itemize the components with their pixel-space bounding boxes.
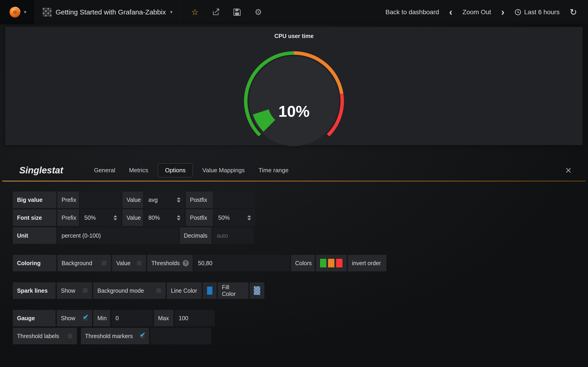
background-mode-toggle[interactable]: Background mode ✔ <box>93 282 166 299</box>
threshold-color-swatches <box>316 255 346 271</box>
tab-metrics[interactable]: Metrics <box>122 164 155 177</box>
big-value-stat-select[interactable]: avg <box>144 192 185 208</box>
prefix-label: Prefix <box>57 192 79 208</box>
threshold-labels-label: Threshold labels <box>17 333 59 340</box>
postfix-label: Postfix <box>186 209 213 226</box>
caret-down-icon: ▾ <box>170 9 173 15</box>
threshold-markers-toggle[interactable]: Threshold markers ✔ <box>81 328 149 344</box>
value-checkbox[interactable]: ✔ <box>137 260 142 266</box>
red-color-swatch[interactable] <box>336 259 342 267</box>
font-size-prefix-select[interactable]: 50% <box>80 209 121 226</box>
share-icon-glyph <box>212 8 220 16</box>
settings-gear-icon[interactable]: ⚙ <box>253 7 263 17</box>
save-icon[interactable] <box>232 7 242 17</box>
thresholds-label: Thresholds <box>151 260 180 267</box>
time-range-picker-button[interactable]: Last 6 hours <box>515 8 560 16</box>
select-spinner-icon <box>177 215 181 220</box>
green-color-swatch[interactable] <box>320 259 326 267</box>
font-size-postfix-select[interactable]: 50% <box>214 209 255 226</box>
thresholds-label-cell: Thresholds ? <box>147 255 193 271</box>
chevron-right-icon[interactable]: › <box>501 9 504 15</box>
threshold-markers-label: Threshold markers <box>85 333 133 340</box>
threshold-options-row: Threshold labels ✔ Threshold markers ✔ <box>13 328 588 344</box>
fill-color-swatch[interactable] <box>254 286 260 295</box>
gauge-show-toggle[interactable]: Show ✔ <box>57 310 92 326</box>
spark-lines-row: Spark lines Show ✔ Background mode ✔ Lin… <box>13 282 588 299</box>
background-label: Background <box>61 260 92 267</box>
share-icon[interactable] <box>211 7 221 17</box>
panel-title[interactable]: CPU user time <box>6 33 582 40</box>
sparkline-show-toggle[interactable]: Show ✔ <box>57 282 92 299</box>
big-value-label: Big value <box>13 192 56 208</box>
coloring-background-toggle[interactable]: Background ✔ <box>57 255 111 271</box>
threshold-labels-toggle[interactable]: Threshold labels ✔ <box>13 328 77 344</box>
threshold-labels-checkbox[interactable]: ✔ <box>67 333 73 339</box>
star-icon[interactable]: ☆ <box>190 7 200 17</box>
decimals-input[interactable] <box>213 227 254 244</box>
invert-order-button[interactable]: invert order <box>348 255 386 271</box>
navbar: ▾ Getting Started with Grafana-Zabbix ▾ … <box>0 0 588 24</box>
zoom-out-button[interactable]: Zoom Out <box>463 8 491 16</box>
coloring-value-toggle[interactable]: Value ✔ <box>112 255 146 271</box>
selected-value: 50% <box>218 215 230 221</box>
min-label: Min <box>93 310 110 326</box>
time-range-label: Last 6 hours <box>524 8 560 16</box>
font-size-value-select[interactable]: 80% <box>144 209 185 226</box>
decimals-label: Decimals <box>180 227 212 244</box>
dashboard-title: Getting Started with Grafana-Zabbix <box>56 8 166 16</box>
line-color-swatch[interactable] <box>207 286 212 295</box>
max-label: Max <box>154 310 173 326</box>
big-value-prefix-input[interactable] <box>80 192 121 208</box>
editor-tabs: General Metrics Options Value Mappings T… <box>87 163 295 177</box>
coloring-row: Coloring Background ✔ Value ✔ Thresholds… <box>13 255 588 271</box>
dashboard-title-button[interactable]: Getting Started with Grafana-Zabbix ▾ <box>35 0 181 24</box>
check-icon: ✔ <box>140 331 146 339</box>
select-spinner-icon <box>113 215 117 220</box>
accent-divider <box>2 181 586 181</box>
thresholds-input[interactable] <box>194 255 290 271</box>
chevron-left-icon[interactable]: ‹ <box>449 9 452 15</box>
tab-general[interactable]: General <box>87 164 122 177</box>
show-checkbox[interactable]: ✔ <box>82 288 88 293</box>
editor-panel-type-title: Singlestat <box>19 165 63 175</box>
spark-lines-label: Spark lines <box>13 282 56 299</box>
options-form: Big value Prefix Value avg Postfix Font … <box>13 192 588 344</box>
colors-label: Colors <box>291 255 315 271</box>
back-to-dashboard-button[interactable]: Back to dashboard <box>385 8 439 16</box>
singlestat-panel: CPU user time 10% <box>6 27 582 145</box>
value-label: Value <box>122 192 143 208</box>
coloring-label: Coloring <box>13 255 56 271</box>
show-label: Show <box>61 287 75 294</box>
big-value-row: Big value Prefix Value avg Postfix <box>13 192 588 208</box>
gauge-min-input[interactable] <box>111 310 153 326</box>
unit-label: Unit <box>13 227 56 244</box>
background-mode-checkbox[interactable]: ✔ <box>156 288 162 293</box>
select-spinner-icon <box>247 215 251 220</box>
refresh-icon[interactable]: ↻ <box>570 7 577 17</box>
prefix-label: Prefix <box>57 209 79 226</box>
big-value-postfix-input[interactable] <box>214 192 255 208</box>
tab-time-range[interactable]: Time range <box>252 164 296 177</box>
navbar-actions: ☆ ⚙ <box>181 7 272 17</box>
clock-icon <box>515 9 521 16</box>
unit-select[interactable]: percent (0-100) <box>57 227 179 244</box>
background-checkbox[interactable]: ✔ <box>101 260 107 266</box>
orange-color-swatch[interactable] <box>328 259 334 267</box>
unit-row: Unit percent (0-100) Decimals <box>13 227 588 244</box>
save-icon-glyph <box>233 8 241 16</box>
tab-value-mappings[interactable]: Value Mappings <box>195 164 252 177</box>
line-color-cell <box>203 282 216 299</box>
fill-color-overlay <box>254 286 260 295</box>
help-icon[interactable]: ? <box>183 260 189 266</box>
grafana-logo-button[interactable]: ▾ <box>0 0 35 24</box>
unit-selected-value: percent (0-100) <box>61 232 101 239</box>
threshold-markers-checkbox[interactable]: ✔ <box>139 333 145 339</box>
gauge-max-input[interactable] <box>174 310 215 326</box>
gauge-show-checkbox[interactable]: ✔ <box>82 315 88 321</box>
line-color-label: Line Color <box>167 282 202 299</box>
gauge-container: 10% <box>230 39 358 158</box>
gauge-value-text: 10% <box>230 102 358 120</box>
show-label: Show <box>61 315 75 322</box>
close-editor-icon[interactable]: × <box>565 166 571 175</box>
tab-options[interactable]: Options <box>158 163 193 177</box>
